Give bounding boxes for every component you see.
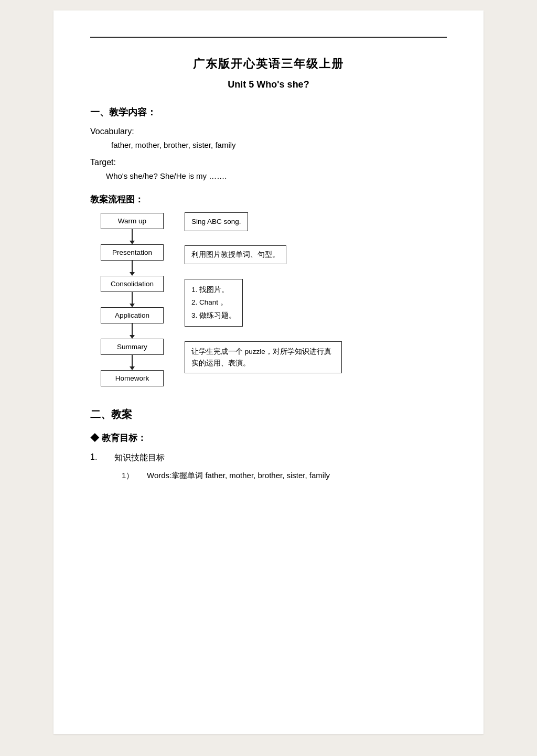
- right-box-application: 让学生完成一个 puzzle，对所学知识进行真实的运用、表演。: [185, 341, 342, 373]
- right-box-consolidation: 1. 找图片。 2. Chant 。 3. 做练习题。: [185, 279, 243, 327]
- sub-item-1-1: 1） Words:掌握单词 father, mother, brother, s…: [122, 471, 447, 481]
- document-page: 广东版开心英语三年级上册 Unit 5 Who's she? 一、教学内容： V…: [53, 10, 484, 734]
- diamond-heading: ◆ 教育目标：: [90, 432, 447, 444]
- arrow-4: [130, 323, 135, 339]
- consolidation-item-1: 1. 找图片。: [191, 284, 236, 296]
- sub-item-num-1-1: 1）: [122, 471, 141, 481]
- target-label: Target:: [90, 158, 447, 167]
- main-title: 广东版开心英语三年级上册: [90, 56, 447, 72]
- node-summary: Summary: [101, 339, 164, 355]
- right-box-warmup: Sing ABC song.: [185, 212, 248, 232]
- flowchart-left-column: Warm up Presentation Consolidation Appli…: [90, 213, 174, 386]
- node-homework: Homework: [101, 370, 164, 386]
- arrow-2: [130, 261, 135, 276]
- arrow-3: [130, 292, 135, 307]
- node-consolidation: Consolidation: [101, 276, 164, 292]
- vocabulary-words: father, mother, brother, sister, family: [111, 141, 447, 149]
- numbered-item-1: 1. 知识技能目标: [90, 452, 447, 463]
- arrow-5: [130, 355, 135, 370]
- consolidation-item-2: 2. Chant 。: [191, 296, 236, 309]
- vocabulary-label: Vocabulary:: [90, 127, 447, 136]
- node-warmup: Warm up: [101, 213, 164, 229]
- sub-title: Unit 5 Who's she?: [90, 79, 447, 90]
- arrow-1: [130, 229, 135, 244]
- flowchart-label: 教案流程图：: [90, 193, 447, 206]
- target-sentence: Who's she/he? She/He is my …….: [106, 171, 447, 180]
- section1-heading: 一、教学内容：: [90, 106, 447, 118]
- flowchart: Warm up Presentation Consolidation Appli…: [90, 213, 447, 386]
- consolidation-item-3: 3. 做练习题。: [191, 309, 236, 322]
- flowchart-right-column: Sing ABC song. 利用图片教授单词、句型。 1. 找图片。 2. C…: [185, 213, 447, 386]
- node-application: Application: [101, 307, 164, 323]
- top-divider: [90, 37, 447, 38]
- item-num-1: 1.: [90, 452, 106, 463]
- node-presentation: Presentation: [101, 244, 164, 261]
- section2-heading: 二、教案: [90, 407, 447, 422]
- sub-item-text-1-1: Words:掌握单词 father, mother, brother, sist…: [147, 471, 330, 481]
- right-box-presentation: 利用图片教授单词、句型。: [185, 245, 286, 265]
- item-label-1: 知识技能目标: [114, 452, 165, 463]
